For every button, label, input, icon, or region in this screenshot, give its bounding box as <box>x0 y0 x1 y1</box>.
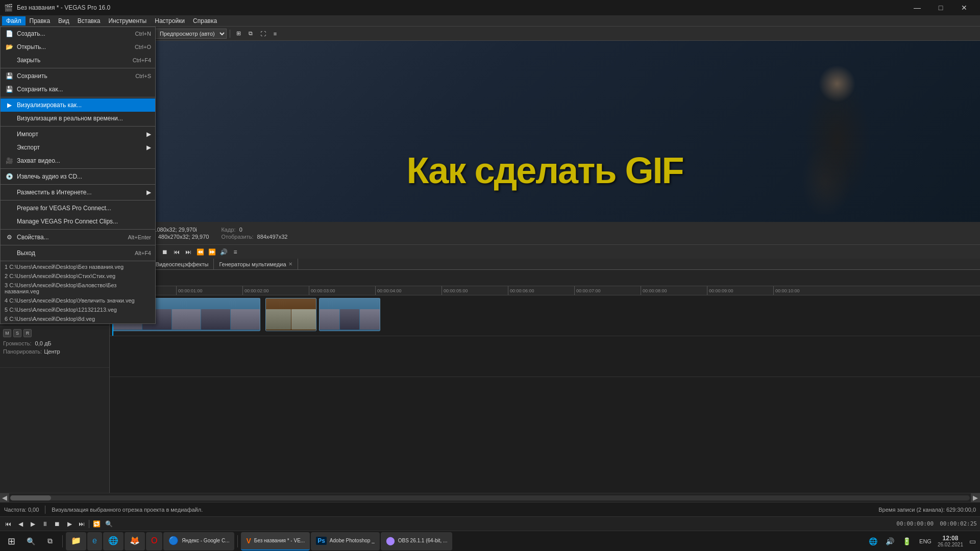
menu-exit[interactable]: Выход Alt+F4 <box>1 246 155 260</box>
clip-3-thumb-1 <box>320 309 339 330</box>
dropdown-menu: 📄 Создать... Ctrl+N 📂 Открыть... Ctrl+O … <box>0 27 156 324</box>
lang-indicator[interactable]: ENG <box>917 536 934 546</box>
menu-properties[interactable]: ⚙ Свойства... Alt+Enter <box>1 231 155 244</box>
menu-export[interactable]: Экспорт ▶ <box>1 141 155 154</box>
minimize-button[interactable]: — <box>905 0 929 15</box>
preview-info-bar: Проект: 1920x1080x32; 29,970i Предпросмо… <box>110 222 980 244</box>
close-button[interactable]: ✕ <box>952 0 976 15</box>
menu-view[interactable]: Вид <box>54 16 74 26</box>
taskbar-chrome[interactable]: 🔵 Яндекс - Google C... <box>163 532 234 550</box>
search-button[interactable]: 🔍 <box>21 532 40 550</box>
pb-loop-btn[interactable]: 🔁 <box>91 519 102 529</box>
taskbar-opera[interactable]: O <box>146 532 162 550</box>
menu-capture[interactable]: 🎥 Захват видео... <box>1 154 155 167</box>
prev-frame-btn[interactable]: ⏮ <box>172 247 182 257</box>
ruler-8: 00:00:08:00 <box>641 286 667 295</box>
menu-insert[interactable]: Вставка <box>74 16 105 26</box>
recent-5[interactable]: 5 C:\Users\Алексей\Desktop\121321213.veg <box>1 305 155 314</box>
divider-7 <box>1 229 155 230</box>
taskbar-photoshop[interactable]: Ps Adobe Photoshop _ <box>311 532 380 550</box>
title-bar: 🎬 Без названия * - VEGAS Pro 16.0 — □ ✕ <box>0 0 980 15</box>
clip-3-thumbs <box>320 309 380 330</box>
audio-track-lane <box>110 336 980 377</box>
menu-create[interactable]: 📄 Создать... Ctrl+N <box>1 27 155 40</box>
pb-prev-btn[interactable]: ◀ <box>15 519 26 529</box>
maximize-button[interactable]: □ <box>929 0 952 15</box>
clip-3-thumb-3 <box>360 309 380 330</box>
generators-close[interactable]: ✕ <box>288 261 292 267</box>
menu-save[interactable]: 💾 Сохранить Ctrl+S <box>1 69 155 83</box>
next-event-btn[interactable]: ⏩ <box>207 247 217 257</box>
tab-effects[interactable]: Видеоспецэффекты <box>151 259 214 270</box>
ps-label: Adobe Photoshop _ <box>330 538 375 543</box>
scroll-right-btn[interactable]: ▶ <box>971 493 980 503</box>
menu-tools[interactable]: Инструменты <box>104 16 151 26</box>
next-frame-btn[interactable]: ⏭ <box>183 247 193 257</box>
clip-2[interactable] <box>265 298 316 331</box>
battery-icon[interactable]: 🔋 <box>900 535 913 547</box>
prev-event-btn[interactable]: ⏪ <box>195 247 205 257</box>
menu-import[interactable]: Импорт ▶ <box>1 128 155 141</box>
volume-icon[interactable]: 🔊 <box>884 535 896 547</box>
recent-4[interactable]: 4 C:\Users\Алексей\Desktop\Увеличить зна… <box>1 296 155 305</box>
menu-render-rt[interactable]: Визуализация в реальном времени... <box>1 112 155 125</box>
tab-generators[interactable]: Генераторы мультимедиа ✕ <box>214 259 298 270</box>
recent-2[interactable]: 2 C:\Users\Алексей\Desktop\Стих\Стих.veg <box>1 271 155 281</box>
ruler-4: 00:00:04:00 <box>375 286 402 295</box>
ps-icon: Ps <box>316 537 327 545</box>
pb-next-btn[interactable]: ▶ <box>64 519 75 529</box>
network-icon[interactable]: 🌐 <box>867 535 879 547</box>
menu-edit[interactable]: Правка <box>26 16 55 26</box>
menu-close[interactable]: Закрыть Ctrl+F4 <box>1 54 155 67</box>
app-icon: 🎬 <box>4 4 13 12</box>
status-bar: Частота: 0,00 Визуализация выбранного от… <box>0 502 980 516</box>
audio-solo-btn[interactable]: S <box>13 329 21 337</box>
pb-home-btn[interactable]: ⏮ <box>3 519 13 529</box>
menu-saveas[interactable]: 💾 Сохранить как... <box>1 83 155 96</box>
audio-mute-btn[interactable]: M <box>3 329 11 337</box>
divider-5 <box>1 184 155 185</box>
taskbar-obs[interactable]: ⬤ OBS 26.1.1 (64-bit, ... <box>381 532 453 550</box>
recent-1[interactable]: 1 C:\Users\Алексей\Desktop\Без названия.… <box>1 262 155 271</box>
scroll-thumb[interactable] <box>10 495 970 500</box>
record-time: Время записи (2 канала): 629:30:00,0 <box>878 507 976 513</box>
menu-file[interactable]: Файл <box>2 16 26 26</box>
audio-arm-btn[interactable]: R <box>23 329 32 337</box>
grid-btn[interactable]: ⊞ <box>233 29 243 39</box>
preview-toolbar: ⚙ fx 📷 Предпросмотр (авто) ⊞ ⧉ ⛶ ≡ <box>110 27 980 41</box>
taskbar-explorer[interactable]: 📁 <box>66 532 86 550</box>
menu-connect-clips[interactable]: Manage VEGAS Pro Connect Clips... <box>1 215 155 228</box>
preview-mode-select[interactable]: Предпросмотр (авто) <box>154 29 227 39</box>
taskbar-vegas[interactable]: V Без названия * - VE... <box>241 532 310 550</box>
more-btn[interactable]: ≡ <box>270 29 280 39</box>
pb-play-btn[interactable]: ▶ <box>28 519 38 529</box>
menu-extract[interactable]: 💿 Извлечь аудио из CD... <box>1 170 155 183</box>
taskbar-edge[interactable]: 🌐 <box>103 532 124 550</box>
pb-stop-btn[interactable]: ⏹ <box>52 519 62 529</box>
menu-vegas-connect[interactable]: Prepare for VEGAS Pro Connect... <box>1 202 155 215</box>
pb-end-btn[interactable]: ⏭ <box>77 519 87 529</box>
taskbar-firefox[interactable]: 🦊 <box>125 532 145 550</box>
menu-open[interactable]: 📂 Открыть... Ctrl+O <box>1 40 155 54</box>
volume-btn[interactable]: 🔊 <box>218 247 229 257</box>
taskbar-ie[interactable]: e <box>87 532 102 550</box>
pb-pause-btn[interactable]: ⏸ <box>40 519 50 529</box>
clip-3[interactable] <box>319 298 380 331</box>
show-desktop-icon[interactable]: ▭ <box>967 535 978 547</box>
recent-3[interactable]: 3 C:\Users\Алексей\Desktop\Баловство\Без… <box>1 281 155 296</box>
task-view-button[interactable]: ⧉ <box>41 532 59 550</box>
fullscreen-btn[interactable]: ⛶ <box>258 29 268 39</box>
split-btn[interactable]: ⧉ <box>246 29 256 39</box>
menu-help[interactable]: Справка <box>189 16 221 26</box>
pb-zoom-btn[interactable]: 🔍 <box>104 519 114 529</box>
start-button[interactable]: ⊞ <box>2 532 20 550</box>
menu-render[interactable]: ▶ Визуализировать как... <box>1 98 155 112</box>
pb-sep-1 <box>89 520 89 528</box>
menu-settings[interactable]: Настройки <box>151 16 189 26</box>
stop-btn[interactable]: ⏹ <box>160 247 170 257</box>
recent-6[interactable]: 6 C:\Users\Алексей\Desktop\8d.veg <box>1 314 155 323</box>
menu-publish[interactable]: Разместить в Интернете... ▶ <box>1 186 155 199</box>
list-btn[interactable]: ≡ <box>230 247 240 257</box>
scroll-left-btn[interactable]: ◀ <box>0 493 9 503</box>
exit-icon <box>5 248 14 258</box>
